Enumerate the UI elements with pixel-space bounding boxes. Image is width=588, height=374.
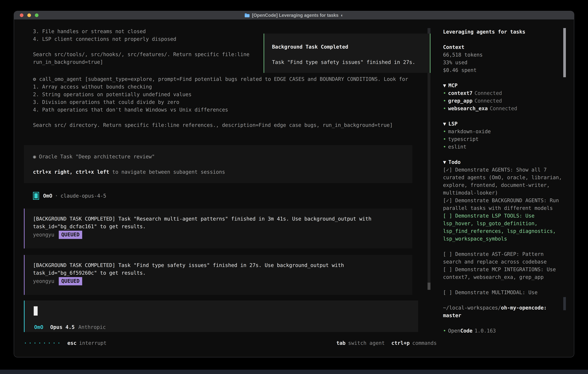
todo-heading: Todo <box>448 159 461 165</box>
task-user: yeongyu <box>33 231 54 239</box>
todo-scrollbar-thumb[interactable] <box>563 297 566 310</box>
agent-session-header[interactable]: OmO · claude-opus-4-5 <box>33 192 106 200</box>
task-message-line: task_id="bg_6f59260c" to get results. <box>33 269 412 277</box>
lsp-name: typescript <box>448 136 479 142</box>
output-line: 4. Path operations that don't handle Win… <box>33 106 412 114</box>
status-badge: QUEUED <box>59 231 82 239</box>
separator-dot: · <box>55 192 58 200</box>
notification-body: Task "Find type safety issues" finished … <box>272 58 430 66</box>
task-meta-row: yeongyu QUEUED <box>33 277 412 285</box>
collapse-triangle-icon: ▼ <box>443 159 446 165</box>
todo-item: [ ] Demonstrate LSP TOOLS: Use lsp_hover… <box>443 212 562 243</box>
background-task-card: [BACKGROUND TASK COMPLETED] Task "Resear… <box>24 208 412 249</box>
window-title-text: [OpenCode] Leveraging agents for tasks <box>252 13 338 18</box>
mcp-status: Connected <box>474 90 502 96</box>
main-scrollbar-thumb-bottom[interactable] <box>428 283 430 290</box>
context-heading: Context <box>443 43 562 51</box>
bullet-icon: • <box>443 328 446 334</box>
status-badge: QUEUED <box>59 277 82 285</box>
collapse-triangle-icon: ▼ <box>443 121 446 127</box>
ctrlp-key-label: commands <box>412 339 437 347</box>
sidebar-scrollbar-thumb[interactable] <box>563 28 566 77</box>
lsp-item: •markdown-oxide <box>443 128 562 135</box>
oracle-task-title: Oracle Task "Deep architecture review" <box>39 154 155 159</box>
output-line: 1. Array access without bounds checking <box>33 83 412 91</box>
close-button[interactable] <box>20 13 23 17</box>
minimize-button[interactable] <box>27 13 31 17</box>
task-message-line: task_id="bg_dcfac161" to get results. <box>33 223 412 230</box>
todo-item: [ ] Demonstrate MULTIMODAL: Use <box>443 289 562 296</box>
version-row: •OpenCode1.0.163 <box>443 327 562 335</box>
window-title: [OpenCode] Leveraging agents for tasks ◐ <box>244 13 344 18</box>
gear-icon: ⚙ <box>33 76 36 82</box>
workspace-repo: oh-my-opencode: <box>501 305 547 311</box>
output-line: 3. Division operations that could divide… <box>33 98 412 106</box>
mcp-item: •websearch_exaConnected <box>443 105 562 112</box>
tab-key-hint: tab <box>336 339 346 347</box>
app-version: 1.0.163 <box>474 328 496 334</box>
status-right: tab switch agent ctrl+p commands <box>336 339 437 347</box>
window-titlebar: [OpenCode] Leveraging agents for tasks ◐ <box>14 11 574 20</box>
bullet-icon: • <box>443 98 446 104</box>
tab-key-label: switch agent <box>348 339 385 347</box>
bullet-icon: • <box>443 90 446 96</box>
output-line: Search src/ directory. Return specific f… <box>33 121 412 129</box>
bullet-icon: • <box>443 144 446 150</box>
navigation-hint: ctrl+x right, ctrl+x left to navigate be… <box>33 168 412 176</box>
mcp-section-header[interactable]: ▼MCP <box>443 82 562 89</box>
hint-text: to navigate between subagent sessions <box>109 169 225 175</box>
workspace-path: ~/local-workspaces/oh-my-opencode:master <box>443 304 562 319</box>
active-agent-label: OmO <box>34 324 43 330</box>
esc-key-label: interrupt <box>79 339 107 347</box>
prompt-input[interactable]: OmOOpus 4.5Anthropic <box>24 301 418 332</box>
mcp-status: Connected <box>474 98 502 104</box>
app-name: Code <box>460 328 472 334</box>
tool-call-block: ⚙call_omo_agent [subagent_type=explore, … <box>33 75 412 129</box>
bullet-icon: • <box>443 105 446 111</box>
ctrlp-key-hint: ctrl+p <box>391 339 410 347</box>
session-sidebar: Leveraging agents for tasks Context 66,5… <box>443 28 562 335</box>
todo-item: [✓] Demonstrate BACKGROUND AGENTS: Run p… <box>443 197 562 212</box>
tool-call-line: ⚙call_omo_agent [subagent_type=explore, … <box>33 75 412 83</box>
folder-icon <box>244 13 250 18</box>
workspace-path-prefix: ~/local-workspaces/ <box>443 305 501 311</box>
oracle-task-title-line: ◉Oracle Task "Deep architecture review" <box>33 153 412 161</box>
mcp-status: Connected <box>490 105 517 111</box>
output-line <box>33 114 412 121</box>
desktop-bottom-strip <box>0 370 588 374</box>
hint-keys: ctrl+x right, ctrl+x left <box>33 169 109 175</box>
mcp-name: websearch_exa <box>448 105 488 111</box>
lsp-heading: LSP <box>448 121 458 127</box>
text-cursor <box>34 306 38 316</box>
notification-title: Background Task Completed <box>272 43 430 51</box>
bullet-icon: • <box>443 136 446 142</box>
terminal-body: 3. File handles or streams not closed 4.… <box>14 20 574 357</box>
oracle-task-panel: ◉Oracle Task "Deep architecture review" … <box>24 145 412 183</box>
status-left: ········ esc interrupt <box>24 339 106 347</box>
todo-section-header[interactable]: ▼Todo <box>443 158 562 166</box>
background-task-notification: Background Task Completed Task "Find typ… <box>264 33 430 73</box>
context-tokens: 66,518 tokens <box>443 51 562 59</box>
lsp-section-header[interactable]: ▼LSP <box>443 120 562 128</box>
session-activity-icon: ◐ <box>341 13 344 18</box>
bullet-icon: • <box>443 129 446 134</box>
task-message-line: [BACKGROUND TASK COMPLETED] Task "Resear… <box>33 215 412 223</box>
esc-key-hint: esc <box>67 339 76 347</box>
activity-dots-indicator: ········ <box>24 339 62 347</box>
zoom-button[interactable] <box>35 13 39 17</box>
context-spent: $0.46 spent <box>443 66 562 74</box>
mcp-item: •grep_appConnected <box>443 97 562 105</box>
terminal-window: [OpenCode] Leveraging agents for tasks ◐… <box>14 11 574 357</box>
mcp-name: grep_app <box>448 98 472 104</box>
todo-item: [✓] Demonstrate AGENTS: Show all 7 curat… <box>443 166 562 197</box>
agent-square-icon <box>33 192 39 200</box>
todo-item: [ ] Demonstrate MCP INTEGRATIONS: Use co… <box>443 266 562 281</box>
session-title: Leveraging agents for tasks <box>443 28 562 36</box>
context-used: 33% used <box>443 59 562 66</box>
agent-name: OmO <box>43 192 52 200</box>
lsp-item: •eslint <box>443 143 562 151</box>
workspace-branch: master <box>443 312 461 318</box>
provider-label: Anthropic <box>78 324 106 330</box>
model-selector-row[interactable]: OmOOpus 4.5Anthropic <box>34 323 106 331</box>
lsp-name: markdown-oxide <box>448 129 491 134</box>
